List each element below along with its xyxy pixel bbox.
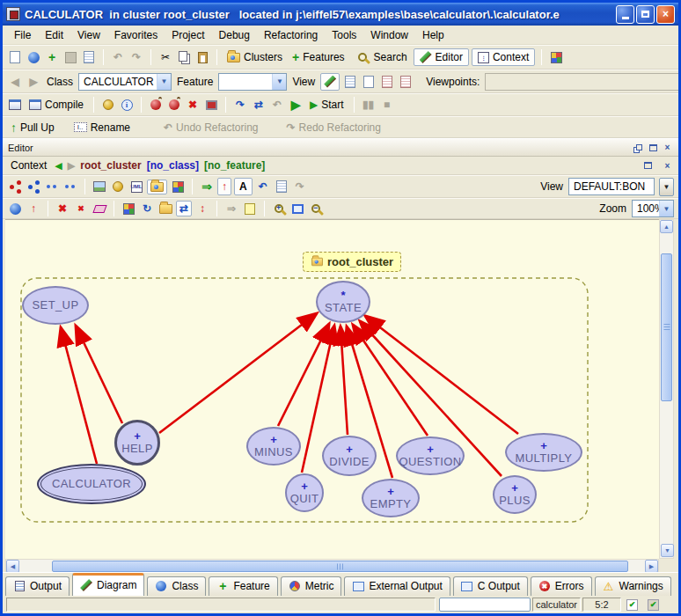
compile-workbench-icon[interactable] xyxy=(7,97,23,113)
class-relations-icon[interactable] xyxy=(7,179,23,194)
text-label-toggle[interactable]: A xyxy=(234,178,253,195)
delete-icon[interactable]: ✖ xyxy=(55,201,70,216)
external-commands-icon[interactable] xyxy=(548,49,564,65)
zoom-combobox[interactable]: 100% ▼ xyxy=(632,200,674,217)
scroll-up-button[interactable]: ▲ xyxy=(660,220,673,233)
fit-to-screen-icon[interactable] xyxy=(289,201,305,216)
diagram-view-combobox[interactable]: DEFAULT:BON xyxy=(568,178,655,195)
info-icon[interactable]: i xyxy=(119,97,135,113)
uml-badge-icon[interactable] xyxy=(110,179,126,194)
scroll-left-button[interactable]: ◀ xyxy=(6,560,19,573)
compile-button[interactable]: Compile xyxy=(26,98,87,112)
step-over-icon[interactable]: ⇄ xyxy=(251,97,267,113)
editor-toggle[interactable]: Editor xyxy=(414,48,469,66)
features-button[interactable]: + Features xyxy=(289,50,348,64)
remove-anchor-icon[interactable]: ✖ xyxy=(73,201,89,216)
class-node-divide[interactable]: +DIVIDE xyxy=(322,436,377,476)
export-image-icon[interactable] xyxy=(92,179,107,194)
zoom-in-icon[interactable]: + xyxy=(271,201,287,216)
close-panel-icon[interactable]: × xyxy=(662,142,673,153)
inheritance-tool-icon[interactable] xyxy=(44,179,60,194)
vertical-scroll-thumb[interactable] xyxy=(661,253,672,401)
tab-warnings[interactable]: ⚠Warnings xyxy=(595,576,671,596)
titlebar[interactable]: CALCULATOR in cluster root_cluster locat… xyxy=(3,3,678,26)
diagram-history-icon[interactable] xyxy=(274,179,289,194)
cluster-view-toggle[interactable] xyxy=(147,180,167,194)
run-to-cursor-icon[interactable]: ▶ xyxy=(288,97,304,113)
diagram-canvas[interactable]: SET_UP*STATE+HELPCALCULATOR+MINUS+QUIT+D… xyxy=(5,219,659,559)
chevron-down-icon[interactable]: ▼ xyxy=(157,74,171,90)
chevron-down-icon[interactable]: ▼ xyxy=(659,201,673,216)
step-into-icon[interactable]: ↷ xyxy=(232,97,248,113)
class-node-multiply[interactable]: +MULTIPLY xyxy=(505,433,582,472)
cluster-tag[interactable]: root_cluster xyxy=(303,252,401,272)
client-tool-icon[interactable] xyxy=(62,179,78,194)
cut-icon[interactable]: ✂ xyxy=(157,49,173,65)
chevron-down-icon[interactable]: ▼ xyxy=(272,74,286,90)
pull-up-button[interactable]: ↑ Pull Up xyxy=(7,121,58,135)
menu-help[interactable]: Help xyxy=(416,27,450,43)
tab-errors[interactable]: ✖Errors xyxy=(531,576,592,596)
menu-window[interactable]: Window xyxy=(364,27,414,43)
clickable-view-button[interactable] xyxy=(342,74,358,90)
class-node-plus[interactable]: +PLUS xyxy=(493,475,537,514)
scroll-down-button[interactable]: ▼ xyxy=(661,544,674,557)
go-to-icon[interactable]: ⇒ xyxy=(199,179,215,194)
cluster-relations-icon[interactable] xyxy=(26,179,41,194)
erase-icon[interactable] xyxy=(92,201,107,216)
menu-debug[interactable]: Debug xyxy=(213,27,256,43)
new-cluster-icon[interactable] xyxy=(7,201,23,216)
straighten-icon[interactable]: ↕ xyxy=(194,201,210,216)
class-node-calculator[interactable]: CALCULATOR xyxy=(37,464,146,504)
paste-icon[interactable] xyxy=(194,49,210,65)
menu-file[interactable]: File xyxy=(8,27,37,43)
menu-edit[interactable]: Edit xyxy=(39,27,70,43)
refresh-diagram-icon[interactable] xyxy=(157,201,173,216)
new-document-icon[interactable] xyxy=(7,49,23,65)
maximize-panel-icon[interactable] xyxy=(648,142,659,153)
uml-view-icon[interactable]: UML xyxy=(128,179,144,194)
flat-view-button[interactable] xyxy=(361,74,377,90)
float-panel-icon[interactable] xyxy=(633,142,645,153)
class-node-minus[interactable]: +MINUS xyxy=(246,427,301,466)
run-finalized-icon[interactable] xyxy=(166,97,182,113)
fill-color-icon[interactable] xyxy=(121,201,136,216)
open-project-icon[interactable] xyxy=(26,49,41,65)
context-toggle[interactable]: ⋮ Context xyxy=(472,48,535,66)
tab-class[interactable]: Class xyxy=(147,576,206,596)
class-node-empty[interactable]: +EMPTY xyxy=(362,479,420,517)
create-link-toggle[interactable]: ↑ xyxy=(217,178,231,195)
scroll-right-button[interactable]: ▶ xyxy=(645,560,658,573)
menu-project[interactable]: Project xyxy=(165,27,210,43)
feature-combobox[interactable]: ▼ xyxy=(218,73,287,91)
new-class-icon[interactable]: ↑ xyxy=(26,201,41,216)
maximize-panel-icon[interactable] xyxy=(642,160,654,172)
start-button[interactable]: ▶ Start xyxy=(306,98,348,112)
class-node-help[interactable]: +HELP xyxy=(114,420,160,466)
context-cluster-link[interactable]: root_cluster xyxy=(80,159,141,172)
clusters-button[interactable]: Clusters xyxy=(223,50,286,64)
terminate-icon[interactable]: ✖ xyxy=(185,97,201,113)
close-button[interactable]: × xyxy=(656,5,675,24)
zoom-out-icon[interactable]: − xyxy=(308,201,324,216)
maximize-button[interactable] xyxy=(636,5,655,24)
tab-output[interactable]: Output xyxy=(5,576,70,596)
tab-metric[interactable]: Metric xyxy=(281,576,342,596)
rename-button[interactable]: I.. Rename xyxy=(70,121,134,135)
interface-view-button[interactable] xyxy=(398,74,414,90)
class-node-question[interactable]: +QUESTION xyxy=(396,436,465,475)
run-workbench-icon[interactable] xyxy=(148,97,164,113)
minimize-button[interactable] xyxy=(616,5,634,24)
tab-external-output[interactable]: External Output xyxy=(344,576,450,596)
force-layout-toggle[interactable]: ⇄ xyxy=(176,201,192,216)
menu-tools[interactable]: Tools xyxy=(326,27,362,43)
copy-icon[interactable] xyxy=(176,49,192,65)
menu-view[interactable]: View xyxy=(71,27,106,43)
undo-diagram-icon[interactable]: ↶ xyxy=(255,179,271,194)
class-node-set_up[interactable]: SET_UP xyxy=(22,286,89,325)
text-view-button[interactable] xyxy=(320,73,340,91)
menu-favorites[interactable]: Favorites xyxy=(108,27,164,43)
close-panel-icon[interactable]: × xyxy=(662,160,673,172)
diagram-view-dropdown-button[interactable]: ▼ xyxy=(659,178,674,196)
tab-diagram[interactable]: Diagram xyxy=(72,573,144,596)
